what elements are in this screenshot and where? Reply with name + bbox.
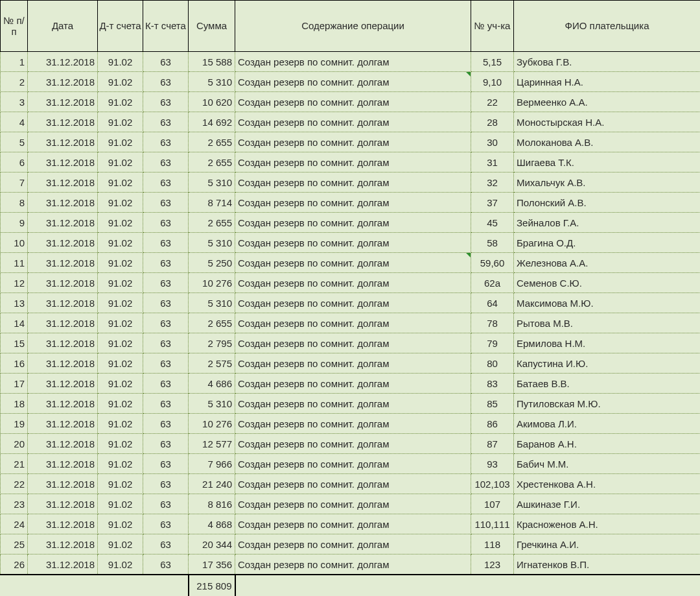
cell-sum: 2 655 <box>189 132 235 152</box>
cell-sum: 2 655 <box>189 213 235 233</box>
cell-plot: 62а <box>471 273 514 293</box>
cell-desc: Создан резерв по сомнит. долгам <box>235 132 471 152</box>
table-row: 1731.12.201891.02634 686Создан резерв по… <box>1 374 701 394</box>
table-row: 1031.12.201891.02635 310Создан резерв по… <box>1 233 701 253</box>
cell-date: 31.12.2018 <box>28 333 98 353</box>
cell-desc: Создан резерв по сомнит. долгам <box>235 92 471 112</box>
table-row: 2131.12.201891.02637 966Создан резерв по… <box>1 454 701 474</box>
table-row: 531.12.201891.02632 655Создан резерв по … <box>1 132 701 152</box>
cell-num: 24 <box>1 514 28 534</box>
cell-desc: Создан резерв по сомнит. долгам <box>235 273 471 293</box>
cell-kt: 63 <box>143 253 189 273</box>
cell-num: 17 <box>1 374 28 394</box>
cell-desc: Создан резерв по сомнит. долгам <box>235 454 471 474</box>
cell-desc: Создан резерв по сомнит. долгам <box>235 434 471 454</box>
cell-dt: 91.02 <box>98 534 143 554</box>
cell-plot: 85 <box>471 394 514 414</box>
cell-kt: 63 <box>143 414 189 434</box>
cell-sum: 8 816 <box>189 494 235 514</box>
cell-plot: 80 <box>471 353 514 374</box>
cell-dt: 91.02 <box>98 233 143 253</box>
col-desc: Содержание операции <box>235 1 471 52</box>
cell-date: 31.12.2018 <box>28 52 98 72</box>
cell-num: 9 <box>1 213 28 233</box>
cell-dt: 91.02 <box>98 132 143 152</box>
cell-date: 31.12.2018 <box>28 434 98 454</box>
cell-kt: 63 <box>143 273 189 293</box>
cell-sum: 5 250 <box>189 253 235 273</box>
cell-kt: 63 <box>143 52 189 72</box>
cell-plot: 87 <box>471 434 514 454</box>
cell-date: 31.12.2018 <box>28 414 98 434</box>
table-row: 2231.12.201891.026321 240Создан резерв п… <box>1 474 701 494</box>
cell-fio: Ермилова Н.М. <box>514 333 701 353</box>
cell-num: 21 <box>1 454 28 474</box>
cell-desc: Создан резерв по сомнит. долгам <box>235 313 471 333</box>
cell-kt: 63 <box>143 494 189 514</box>
cell-plot: 9,10 <box>471 72 514 92</box>
table-row: 2631.12.201891.026317 356Создан резерв п… <box>1 554 701 575</box>
cell-sum: 7 966 <box>189 454 235 474</box>
cell-plot: 5,15 <box>471 52 514 72</box>
cell-fio: Молоканова А.В. <box>514 132 701 152</box>
cell-sum: 20 344 <box>189 534 235 554</box>
cell-kt: 63 <box>143 333 189 353</box>
cell-fio: Зейналов Г.А. <box>514 213 701 233</box>
table-row: 331.12.201891.026310 620Создан резерв по… <box>1 92 701 112</box>
cell-plot: 32 <box>471 173 514 193</box>
cell-sum: 2 655 <box>189 313 235 333</box>
cell-date: 31.12.2018 <box>28 253 98 273</box>
cell-kt: 63 <box>143 394 189 414</box>
cell-fio: Капустина И.Ю. <box>514 353 701 374</box>
table-row: 1231.12.201891.026310 276Создан резерв п… <box>1 273 701 293</box>
cell-dt: 91.02 <box>98 213 143 233</box>
cell-date: 31.12.2018 <box>28 92 98 112</box>
cell-kt: 63 <box>143 534 189 554</box>
cell-dt: 91.02 <box>98 554 143 575</box>
cell-dt: 91.02 <box>98 353 143 374</box>
cell-num: 22 <box>1 474 28 494</box>
cell-plot: 79 <box>471 333 514 353</box>
cell-sum: 5 310 <box>189 173 235 193</box>
table-row: 1531.12.201891.02632 795Создан резерв по… <box>1 333 701 353</box>
cell-date: 31.12.2018 <box>28 132 98 152</box>
cell-date: 31.12.2018 <box>28 554 98 575</box>
cell-sum: 15 588 <box>189 52 235 72</box>
cell-num: 7 <box>1 173 28 193</box>
cell-sum: 5 310 <box>189 72 235 92</box>
table-row: 1431.12.201891.02632 655Создан резерв по… <box>1 313 701 333</box>
cell-num: 26 <box>1 554 28 575</box>
cell-kt: 63 <box>143 374 189 394</box>
cell-plot: 86 <box>471 414 514 434</box>
cell-plot: 28 <box>471 112 514 132</box>
cell-fio: Семенов С.Ю. <box>514 273 701 293</box>
cell-num: 10 <box>1 233 28 253</box>
table-row: 1331.12.201891.02635 310Создан резерв по… <box>1 293 701 313</box>
cell-sum: 4 686 <box>189 374 235 394</box>
cell-fio: Зубкова Г.В. <box>514 52 701 72</box>
cell-sum: 14 692 <box>189 112 235 132</box>
cell-date: 31.12.2018 <box>28 394 98 414</box>
cell-date: 31.12.2018 <box>28 213 98 233</box>
table-row: 2431.12.201891.02634 868Создан резерв по… <box>1 514 701 534</box>
cell-plot: 123 <box>471 554 514 575</box>
cell-desc: Создан резерв по сомнит. долгам <box>235 534 471 554</box>
cell-num: 2 <box>1 72 28 92</box>
cell-fio: Путиловская М.Ю. <box>514 394 701 414</box>
col-sum: Сумма <box>189 1 235 52</box>
cell-num: 14 <box>1 313 28 333</box>
total-row: 215 809 <box>1 575 701 596</box>
cell-desc: Создан резерв по сомнит. долгам <box>235 414 471 434</box>
cell-dt: 91.02 <box>98 313 143 333</box>
cell-sum: 2 655 <box>189 152 235 173</box>
cell-desc: Создан резерв по сомнит. долгам <box>235 152 471 173</box>
cell-kt: 63 <box>143 72 189 92</box>
cell-desc: Создан резерв по сомнит. долгам <box>235 394 471 414</box>
cell-dt: 91.02 <box>98 333 143 353</box>
cell-kt: 63 <box>143 213 189 233</box>
cell-date: 31.12.2018 <box>28 474 98 494</box>
cell-num: 25 <box>1 534 28 554</box>
cell-date: 31.12.2018 <box>28 112 98 132</box>
cell-num: 19 <box>1 414 28 434</box>
cell-num: 23 <box>1 494 28 514</box>
